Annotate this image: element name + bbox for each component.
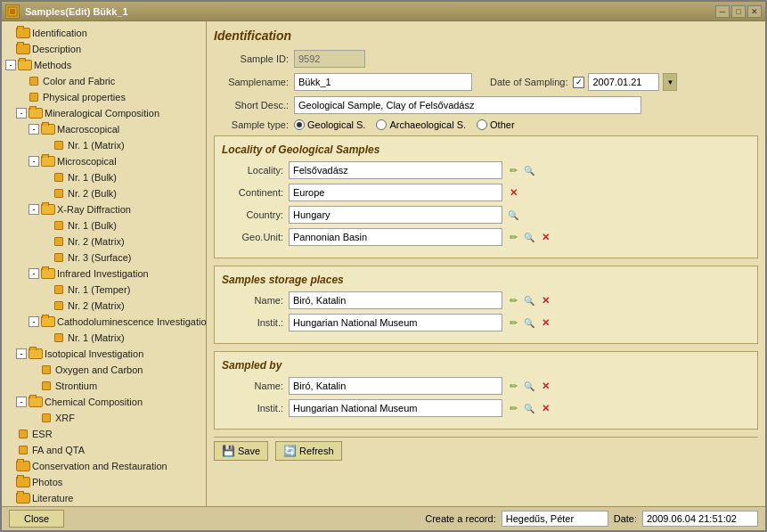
tree-item-esr[interactable]: ESR bbox=[4, 426, 204, 442]
tree-item-nr2-matrix2[interactable]: Nr. 2 (Matrix) bbox=[4, 233, 204, 250]
refresh-button[interactable]: 🔄 Refresh bbox=[275, 441, 342, 461]
close-button[interactable]: ✕ bbox=[747, 5, 762, 18]
tree-label: Photos bbox=[32, 477, 62, 487]
section-title: Identification bbox=[214, 29, 758, 43]
locality-input-2[interactable] bbox=[289, 206, 502, 224]
search-icon[interactable] bbox=[522, 230, 536, 244]
tree-item-nr1-bulk2[interactable]: Nr. 1 (Bulk) bbox=[4, 217, 204, 233]
tree-item-nr1-temper[interactable]: Nr. 1 (Temper) bbox=[4, 282, 204, 298]
expand-button[interactable]: - bbox=[16, 348, 27, 359]
refresh-icon: 🔄 bbox=[283, 445, 297, 457]
tree-label: Mineralogical Composition bbox=[45, 108, 159, 119]
locality-input-0[interactable] bbox=[289, 161, 502, 179]
pencil-icon[interactable] bbox=[506, 379, 520, 393]
tree-item-physical[interactable]: Physical properties bbox=[4, 89, 204, 105]
tree-label: Identification bbox=[32, 28, 87, 38]
tree-item-methods[interactable]: - Methods bbox=[4, 57, 204, 73]
sample-id-input[interactable] bbox=[294, 50, 365, 68]
maximize-button[interactable]: □ bbox=[731, 5, 746, 18]
tree-item-infrared[interactable]: - Infrared Investigation bbox=[4, 266, 204, 282]
tree-item-isotopical[interactable]: - Isotopical Investigation bbox=[4, 346, 204, 362]
date-dropdown-button[interactable]: ▼ bbox=[663, 73, 677, 91]
sample-id-row: Sample ID: bbox=[214, 50, 758, 68]
samplename-input[interactable] bbox=[294, 73, 472, 91]
sampled-actions-1 bbox=[506, 401, 552, 415]
expand-button[interactable]: - bbox=[16, 397, 27, 407]
tree-item-photos[interactable]: Photos bbox=[4, 474, 204, 490]
tree-item-oxygen-carbon[interactable]: Oxygen and Carbon bbox=[4, 362, 204, 378]
x-icon[interactable] bbox=[538, 230, 552, 244]
tree-item-nr1-bulk[interactable]: Nr. 1 (Bulk) bbox=[4, 169, 204, 185]
date-input[interactable] bbox=[588, 73, 659, 91]
tree-item-chemical[interactable]: - Chemical Composition bbox=[4, 394, 204, 410]
x-icon[interactable] bbox=[538, 293, 552, 307]
search-icon[interactable] bbox=[522, 163, 536, 177]
tree-item-mineralogical[interactable]: - Mineralogical Composition bbox=[4, 105, 204, 121]
close-button[interactable]: Close bbox=[9, 510, 64, 528]
locality-field-3: Geo.Unit: bbox=[222, 228, 750, 246]
samplename-row: Samplename: Date of Sampling: ✓ ▼ bbox=[214, 73, 758, 91]
expand-button[interactable]: - bbox=[29, 316, 39, 327]
radio-other[interactable]: Other bbox=[477, 119, 515, 130]
tree-item-xray[interactable]: - X-Ray Diffraction bbox=[4, 201, 204, 217]
locality-input-3[interactable] bbox=[289, 228, 502, 246]
expand-button[interactable]: - bbox=[29, 156, 39, 167]
expand-button[interactable]: - bbox=[5, 60, 16, 70]
sampled-input-1[interactable] bbox=[289, 399, 502, 417]
tree-item-fa-qta[interactable]: FA and QTA bbox=[4, 442, 204, 458]
expand-button[interactable]: - bbox=[29, 124, 39, 135]
storage-input-1[interactable] bbox=[289, 314, 502, 331]
tree-item-nr3-surface[interactable]: Nr. 3 (Surface) bbox=[4, 250, 204, 266]
tree-item-literature[interactable]: Literature bbox=[4, 490, 204, 506]
search-icon[interactable] bbox=[522, 315, 536, 330]
pencil-icon[interactable] bbox=[506, 315, 520, 330]
search-icon[interactable] bbox=[522, 293, 536, 307]
pencil-icon[interactable] bbox=[506, 163, 520, 177]
sampled-input-0[interactable] bbox=[289, 377, 502, 395]
expand-button[interactable]: - bbox=[29, 204, 39, 215]
tree-item-conservation[interactable]: Conservation and Restauration bbox=[4, 458, 204, 474]
locality-field-2: Country: bbox=[222, 206, 750, 224]
tree-item-macroscopical[interactable]: - Macroscopical bbox=[4, 121, 204, 137]
tree-item-nr2-bulk[interactable]: Nr. 2 (Bulk) bbox=[4, 185, 204, 201]
storage-field-1: Instit.: bbox=[222, 314, 750, 331]
date-checkbox[interactable]: ✓ bbox=[573, 77, 584, 88]
tree-item-identification[interactable]: Identification bbox=[4, 25, 204, 41]
storage-label-0: Name: bbox=[222, 295, 289, 306]
tree-item-nr1-matrix4[interactable]: Nr. 1 (Matrix) bbox=[4, 330, 204, 346]
locality-input-1[interactable] bbox=[289, 184, 502, 201]
search-icon[interactable] bbox=[522, 379, 536, 393]
creator-input[interactable] bbox=[502, 511, 608, 527]
x-icon[interactable] bbox=[538, 379, 552, 393]
tree-item-microscopical[interactable]: - Microscopical bbox=[4, 153, 204, 169]
pencil-icon[interactable] bbox=[506, 230, 520, 244]
tree-item-cathodolum[interactable]: - Cathodoluminescence Investigation bbox=[4, 314, 204, 330]
tree-item-color-fabric[interactable]: Color and Fabric bbox=[4, 73, 204, 89]
pencil-icon[interactable] bbox=[506, 401, 520, 415]
creation-date-input[interactable] bbox=[642, 511, 758, 527]
search-icon[interactable] bbox=[506, 208, 520, 222]
radio-geological-circle[interactable] bbox=[294, 119, 305, 130]
search-icon[interactable] bbox=[522, 401, 536, 415]
shortdesc-input[interactable] bbox=[294, 96, 641, 114]
radio-geological[interactable]: Geological S. bbox=[294, 119, 365, 130]
expand-button[interactable]: - bbox=[29, 268, 39, 279]
x-icon[interactable] bbox=[538, 401, 552, 415]
save-button[interactable]: 💾 Save bbox=[214, 441, 268, 461]
x-icon[interactable] bbox=[538, 315, 552, 330]
expand-button[interactable]: - bbox=[16, 108, 27, 119]
sampled-label-0: Name: bbox=[222, 381, 289, 391]
pencil-icon[interactable] bbox=[506, 293, 520, 307]
radio-other-circle[interactable] bbox=[477, 119, 487, 130]
tree-item-nr2-matrix3[interactable]: Nr. 2 (Matrix) bbox=[4, 298, 204, 314]
radio-archaeological[interactable]: Archaeological S. bbox=[376, 119, 466, 130]
tree-item-nr1-matrix[interactable]: Nr. 1 (Matrix) bbox=[4, 137, 204, 153]
sampled-section: Sampled by Name: Instit.: bbox=[214, 351, 758, 430]
tree-item-xrf[interactable]: XRF bbox=[4, 410, 204, 426]
tree-item-description[interactable]: Description bbox=[4, 41, 204, 57]
tree-item-strontium[interactable]: Strontium bbox=[4, 378, 204, 394]
x-icon[interactable] bbox=[506, 185, 520, 200]
storage-input-0[interactable] bbox=[289, 291, 502, 309]
minimize-button[interactable]: ─ bbox=[715, 5, 730, 18]
radio-archaeological-circle[interactable] bbox=[376, 119, 387, 130]
